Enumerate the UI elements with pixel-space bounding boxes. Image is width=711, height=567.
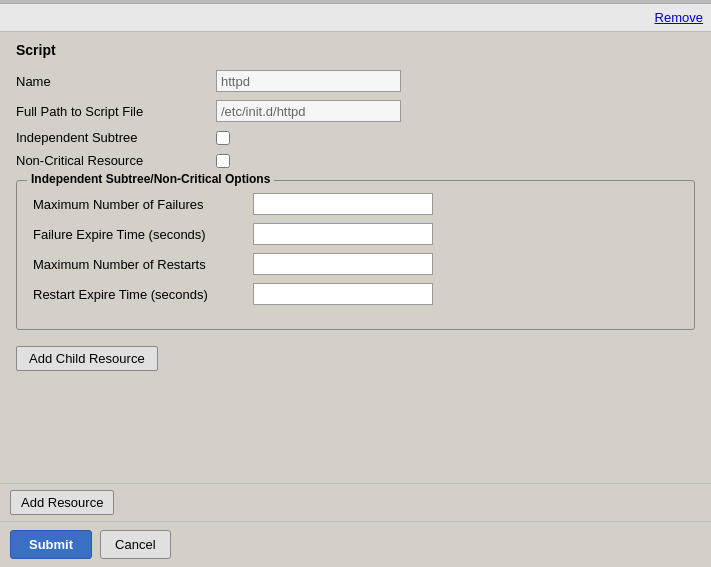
max-failures-label: Maximum Number of Failures [33, 197, 253, 212]
noncritical-checkbox[interactable] [216, 154, 230, 168]
add-child-button[interactable]: Add Child Resource [16, 346, 158, 371]
noncritical-label: Non-Critical Resource [16, 153, 216, 168]
restart-expire-label: Restart Expire Time (seconds) [33, 287, 253, 302]
top-bar: Remove [0, 4, 711, 32]
max-restarts-row: Maximum Number of Restarts [33, 253, 678, 275]
section-title: Script [16, 42, 695, 58]
failure-expire-label: Failure Expire Time (seconds) [33, 227, 253, 242]
noncritical-row: Non-Critical Resource [16, 153, 695, 168]
max-failures-input[interactable] [253, 193, 433, 215]
cancel-button[interactable]: Cancel [100, 530, 170, 559]
main-container: Remove Script Name Full Path to Script F… [0, 0, 711, 567]
bottom-bar: Add Resource [0, 483, 711, 521]
path-row: Full Path to Script File [16, 100, 695, 122]
name-row: Name [16, 70, 695, 92]
path-input[interactable] [216, 100, 401, 122]
add-resource-button[interactable]: Add Resource [10, 490, 114, 515]
failure-expire-input[interactable] [253, 223, 433, 245]
max-restarts-input[interactable] [253, 253, 433, 275]
subtree-group: Independent Subtree/Non-Critical Options… [16, 180, 695, 330]
restart-expire-input[interactable] [253, 283, 433, 305]
max-restarts-label: Maximum Number of Restarts [33, 257, 253, 272]
restart-expire-row: Restart Expire Time (seconds) [33, 283, 678, 305]
max-failures-row: Maximum Number of Failures [33, 193, 678, 215]
path-label: Full Path to Script File [16, 104, 216, 119]
independent-checkbox[interactable] [216, 131, 230, 145]
name-label: Name [16, 74, 216, 89]
content-area: Script Name Full Path to Script File Ind… [0, 32, 711, 483]
independent-row: Independent Subtree [16, 130, 695, 145]
remove-link[interactable]: Remove [655, 10, 703, 25]
footer-bar: Submit Cancel [0, 521, 711, 567]
independent-label: Independent Subtree [16, 130, 216, 145]
subtree-legend: Independent Subtree/Non-Critical Options [27, 172, 274, 186]
submit-button[interactable]: Submit [10, 530, 92, 559]
name-input[interactable] [216, 70, 401, 92]
failure-expire-row: Failure Expire Time (seconds) [33, 223, 678, 245]
